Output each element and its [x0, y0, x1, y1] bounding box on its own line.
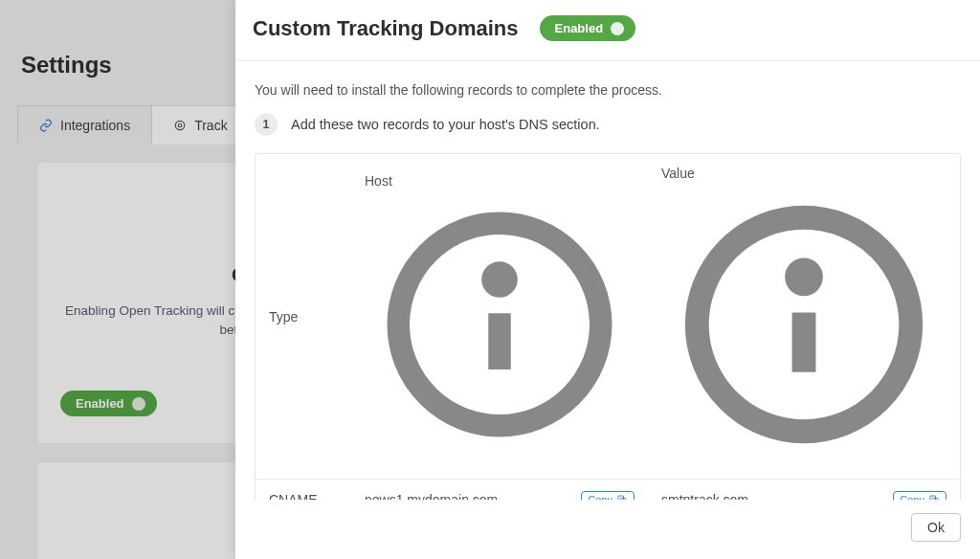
- modal-footer: Ok: [235, 500, 980, 559]
- cell-type: CNAME: [256, 480, 351, 500]
- modal-intro: You will need to install the following r…: [255, 82, 961, 98]
- svg-point-11: [797, 270, 812, 284]
- info-icon[interactable]: [365, 190, 635, 459]
- modal-title: Custom Tracking Domains: [253, 16, 519, 41]
- col-value: Value: [648, 154, 960, 480]
- modal-status-toggle[interactable]: Enabled: [540, 15, 636, 41]
- col-host: Host: [351, 154, 648, 480]
- table-row: CNAME news1.mydomain.com Copy smtptra: [256, 480, 960, 500]
- custom-tracking-modal: Custom Tracking Domains Enabled You will…: [235, 0, 980, 559]
- modal-body: You will need to install the following r…: [235, 61, 980, 500]
- svg-point-8: [493, 273, 506, 286]
- modal-header: Custom Tracking Domains Enabled: [235, 0, 980, 61]
- ok-button[interactable]: Ok: [911, 513, 961, 542]
- toggle-label: Enabled: [555, 21, 604, 35]
- copy-host-button[interactable]: Copy: [581, 491, 635, 500]
- cell-value: smtptrack.com Copy: [648, 480, 960, 500]
- cell-host: news1.mydomain.com Copy: [351, 480, 648, 500]
- dns-records-table: Type Host Value: [255, 153, 961, 500]
- step-text: Add these two records to your host's DNS…: [291, 117, 600, 132]
- toggle-dot-icon: [611, 22, 624, 35]
- col-type: Type: [256, 154, 351, 480]
- step-1: 1 Add these two records to your host's D…: [255, 113, 961, 136]
- info-icon[interactable]: [661, 182, 947, 467]
- step-number-icon: 1: [255, 113, 278, 136]
- copy-value-button[interactable]: Copy: [893, 491, 947, 500]
